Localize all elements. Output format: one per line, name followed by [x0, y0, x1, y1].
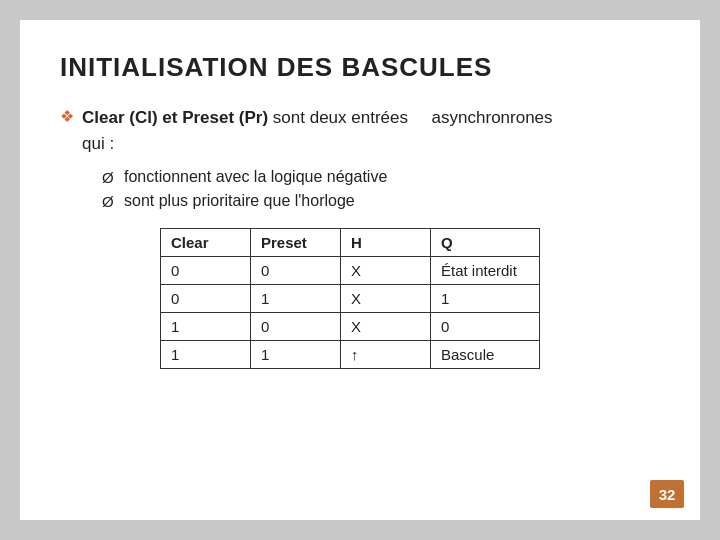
qui-text: qui : [82, 134, 114, 153]
cell-r2-c3: 0 [431, 313, 540, 341]
sub-bullets: Ø fonctionnent avec la logique négative … [102, 168, 660, 210]
cell-r3-c0: 1 [161, 341, 251, 369]
main-text-continuation: sont deux entrées asynchronrones [273, 108, 553, 127]
diamond-icon: ❖ [60, 107, 76, 126]
cell-r3-c3: Bascule [431, 341, 540, 369]
table-row: 10X0 [161, 313, 540, 341]
table-row: 01X1 [161, 285, 540, 313]
col-header-clear: Clear [161, 229, 251, 257]
clear-preset-label: Clear (Cl) et Preset (Pr) [82, 108, 268, 127]
col-header-h: H [341, 229, 431, 257]
cell-r0-c0: 0 [161, 257, 251, 285]
cell-r0-c1: 0 [251, 257, 341, 285]
sub-bullet-2: Ø sont plus prioritaire que l'horloge [102, 192, 660, 210]
sub-text-1: fonctionnent avec la logique négative [124, 168, 387, 186]
cell-r1-c2: X [341, 285, 431, 313]
cell-r1-c0: 0 [161, 285, 251, 313]
slide-title: INITIALISATION DES BASCULES [60, 52, 660, 83]
page-number: 32 [650, 480, 684, 508]
cell-r0-c3: État interdit [431, 257, 540, 285]
col-header-preset: Preset [251, 229, 341, 257]
cell-r3-c2: ↑ [341, 341, 431, 369]
col-header-q: Q [431, 229, 540, 257]
sub-text-2: sont plus prioritaire que l'horloge [124, 192, 355, 210]
main-text: Clear (Cl) et Preset (Pr) sont deux entr… [82, 108, 553, 127]
sub-bullet-1: Ø fonctionnent avec la logique négative [102, 168, 660, 186]
cell-r2-c1: 0 [251, 313, 341, 341]
cell-r1-c3: 1 [431, 285, 540, 313]
cell-r2-c2: X [341, 313, 431, 341]
table-wrapper: Clear Preset H Q 00XÉtat interdit01X110X… [160, 228, 660, 369]
sub-arrow-2: Ø [102, 193, 116, 210]
table-row: 00XÉtat interdit [161, 257, 540, 285]
main-bullet: ❖ Clear (Cl) et Preset (Pr) sont deux en… [60, 105, 660, 156]
truth-table: Clear Preset H Q 00XÉtat interdit01X110X… [160, 228, 540, 369]
cell-r2-c0: 1 [161, 313, 251, 341]
content: ❖ Clear (Cl) et Preset (Pr) sont deux en… [60, 105, 660, 369]
cell-r3-c1: 1 [251, 341, 341, 369]
sub-arrow-1: Ø [102, 169, 116, 186]
cell-r1-c1: 1 [251, 285, 341, 313]
cell-r0-c2: X [341, 257, 431, 285]
slide: INITIALISATION DES BASCULES ❖ Clear (Cl)… [20, 20, 700, 520]
table-row: 11↑Bascule [161, 341, 540, 369]
